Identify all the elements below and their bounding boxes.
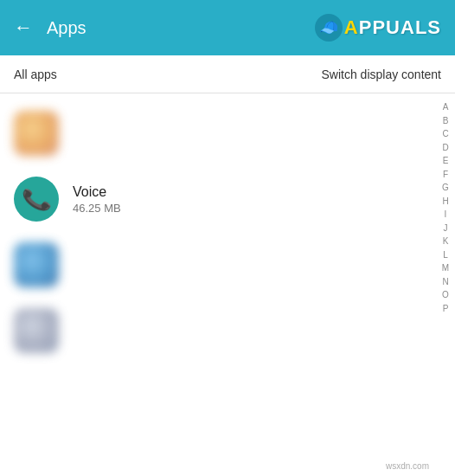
alpha-letter-d[interactable]: D xyxy=(436,141,455,155)
alphabet-index: ABCDEFGHIJKLMNOP xyxy=(436,93,455,476)
mascot-face-icon: 🧢 xyxy=(319,18,338,37)
site-logo: 🧢 APPUALS xyxy=(315,14,441,42)
alpha-letter-h[interactable]: H xyxy=(436,195,455,209)
content-area: 📞 Voice 46.25 MB ABCDEFGHIJKLMNOP xyxy=(0,93,455,476)
list-item[interactable] xyxy=(0,100,436,166)
all-apps-label[interactable]: All apps xyxy=(14,68,321,81)
alpha-letter-c[interactable]: C xyxy=(436,127,455,141)
app-size: 46.25 MB xyxy=(73,202,422,215)
app-name: Voice xyxy=(73,184,422,200)
alpha-letter-i[interactable]: I xyxy=(436,208,455,222)
app-icon xyxy=(14,242,59,287)
logo-text: APPUALS xyxy=(344,16,441,39)
alpha-letter-k[interactable]: K xyxy=(436,235,455,248)
alpha-letter-g[interactable]: G xyxy=(436,181,455,195)
alpha-letter-o[interactable]: O xyxy=(436,288,455,302)
alpha-letter-a[interactable]: A xyxy=(436,100,455,114)
watermark: wsxdn.com xyxy=(386,461,429,471)
list-item[interactable] xyxy=(0,298,436,363)
alpha-letter-l[interactable]: L xyxy=(436,248,455,262)
switch-display-button[interactable]: Switch display content xyxy=(321,68,441,81)
alpha-letter-p[interactable]: P xyxy=(436,302,455,316)
app-info: Voice 46.25 MB xyxy=(73,184,422,215)
app-header: ← Apps 🧢 APPUALS xyxy=(0,0,455,55)
app-icon xyxy=(14,308,59,353)
alpha-letter-m[interactable]: M xyxy=(436,261,455,275)
phone-icon: 📞 xyxy=(21,183,53,215)
alpha-letter-f[interactable]: F xyxy=(436,168,455,182)
voice-app-icon: 📞 xyxy=(14,177,59,222)
alpha-letter-b[interactable]: B xyxy=(436,114,455,128)
alpha-letter-n[interactable]: N xyxy=(436,275,455,289)
alpha-letter-j[interactable]: J xyxy=(436,222,455,235)
list-item[interactable] xyxy=(0,232,436,298)
list-item[interactable]: 📞 Voice 46.25 MB xyxy=(0,166,436,232)
mascot-icon: 🧢 xyxy=(315,14,343,42)
sub-header: All apps Switch display content xyxy=(0,55,455,93)
apps-list: 📞 Voice 46.25 MB xyxy=(0,93,436,476)
app-icon xyxy=(14,111,59,156)
back-button[interactable]: ← xyxy=(14,16,33,39)
alpha-letter-e[interactable]: E xyxy=(436,154,455,168)
